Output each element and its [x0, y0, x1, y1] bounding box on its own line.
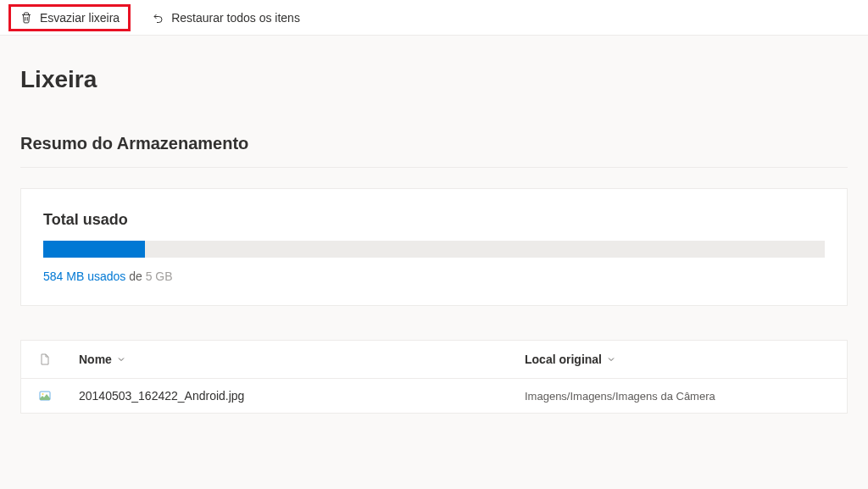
row-file-location: Imagens/Imagens/Imagens da Câmera	[525, 390, 830, 403]
column-name-label: Nome	[79, 353, 112, 366]
chevron-down-icon	[607, 355, 615, 364]
column-header-icon	[38, 353, 79, 366]
column-header-name[interactable]: Nome	[79, 353, 525, 366]
storage-total-label: Total usado	[43, 211, 825, 229]
storage-usage-text: 584 MB usados de 5 GB	[43, 270, 825, 283]
empty-bin-button[interactable]: Esvaziar lixeira	[8, 4, 131, 31]
empty-bin-label: Esvaziar lixeira	[40, 11, 120, 25]
storage-summary-card: Total usado 584 MB usados de 5 GB	[20, 188, 848, 306]
file-icon	[38, 353, 52, 366]
storage-progress-fill	[43, 241, 145, 258]
column-location-label: Local original	[525, 353, 602, 366]
restore-all-button[interactable]: Restaurar todos os itens	[142, 6, 309, 30]
section-divider	[20, 167, 848, 168]
row-file-name: 20140503_162422_Android.jpg	[79, 389, 525, 403]
image-icon	[38, 389, 52, 403]
row-file-type-icon	[38, 389, 79, 403]
table-row[interactable]: 20140503_162422_Android.jpg Imagens/Imag…	[21, 379, 847, 413]
storage-of-text: de	[125, 270, 145, 283]
file-name-text: 20140503_162422_Android.jpg	[79, 389, 244, 403]
restore-all-label: Restaurar todos os itens	[171, 11, 300, 25]
toolbar: Esvaziar lixeira Restaurar todos os iten…	[0, 0, 868, 36]
main-content: Lixeira Resumo do Armazenamento Total us…	[0, 36, 868, 434]
svg-point-1	[42, 393, 44, 395]
storage-progress-bar	[43, 241, 825, 258]
file-location-text: Imagens/Imagens/Imagens da Câmera	[525, 390, 715, 403]
undo-icon	[151, 11, 164, 25]
column-header-location[interactable]: Local original	[525, 353, 830, 366]
file-table: Nome Local original	[20, 340, 848, 414]
page-title: Lixeira	[20, 66, 848, 93]
storage-total-text: 5 GB	[146, 270, 173, 283]
storage-section-title: Resumo do Armazenamento	[20, 134, 848, 153]
storage-used-link[interactable]: 584 MB usados	[43, 270, 125, 283]
table-header-row: Nome Local original	[21, 341, 847, 379]
chevron-down-icon	[117, 355, 125, 364]
trash-icon	[19, 11, 33, 25]
